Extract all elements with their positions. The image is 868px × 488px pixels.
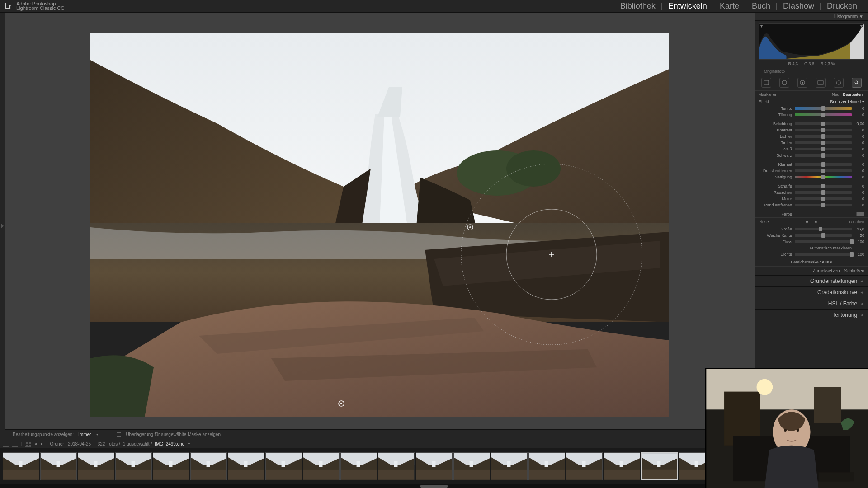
schaerfe-value[interactable]: 0 xyxy=(852,184,864,188)
editpoints-value[interactable]: Immer xyxy=(78,432,91,437)
thumbnail[interactable] xyxy=(566,452,603,480)
pinsel-a[interactable]: A xyxy=(802,220,811,224)
crop-tool-icon[interactable] xyxy=(761,78,771,88)
fluss-value[interactable]: 100 xyxy=(852,239,864,244)
nav-entwickeln[interactable]: Entwickeln xyxy=(662,1,713,11)
zuruecksetzen-button[interactable]: Zurücksetzen xyxy=(813,268,840,273)
brush-tool-icon[interactable] xyxy=(852,78,862,88)
mask-neu[interactable]: Neu xyxy=(830,92,841,97)
dichte-slider[interactable] xyxy=(795,253,852,256)
panel-grundeinstellungen[interactable]: Grundeinstellungen xyxy=(755,275,868,286)
tonung-slider[interactable] xyxy=(795,113,852,116)
nav-drucken[interactable]: Drucken xyxy=(821,1,863,11)
thumbnail[interactable] xyxy=(378,452,415,480)
kontrast-slider[interactable] xyxy=(795,129,852,131)
panel-teiltonung[interactable]: Teiltonung xyxy=(755,309,868,320)
originalfoto-row[interactable]: Originalfoto xyxy=(755,68,868,75)
main-monitor-icon[interactable] xyxy=(3,441,9,447)
thumbnail[interactable] xyxy=(40,452,77,480)
kontrast-value[interactable]: 0 xyxy=(852,128,864,132)
klarheit-value[interactable]: 0 xyxy=(852,162,864,167)
automask-checkbox[interactable] xyxy=(804,246,807,250)
tonung-value[interactable]: 0 xyxy=(852,113,864,117)
saettigung-value[interactable]: 0 xyxy=(852,175,864,179)
thumbnail[interactable] xyxy=(190,452,227,480)
rauschen-slider[interactable] xyxy=(795,191,852,194)
second-monitor-icon[interactable] xyxy=(12,441,18,447)
weiss-value[interactable]: 0 xyxy=(852,147,864,151)
image-area[interactable] xyxy=(5,21,755,429)
belichtung-value[interactable]: 0,00 xyxy=(852,122,864,126)
groesse-value[interactable]: 46,0 xyxy=(852,227,864,231)
rand-value[interactable]: 0 xyxy=(852,203,864,207)
fluss-slider[interactable] xyxy=(795,240,852,243)
svg-rect-45 xyxy=(266,470,302,480)
groesse-slider[interactable] xyxy=(795,228,852,230)
weiss-slider[interactable] xyxy=(795,148,852,150)
prev-icon[interactable]: ◄ xyxy=(34,442,38,446)
editpoints-dropdown-icon[interactable]: ▼ xyxy=(95,433,99,436)
kante-value[interactable]: 50 xyxy=(852,233,864,238)
nav-buch[interactable]: Buch xyxy=(745,1,777,11)
overlay-checkbox[interactable] xyxy=(117,432,121,437)
panel-hsl-farbe[interactable]: HSL / Farbe xyxy=(755,298,868,309)
thumbnail[interactable] xyxy=(78,452,114,480)
kante-slider[interactable] xyxy=(795,234,852,237)
histogram-header[interactable]: Histogramm ▼ xyxy=(755,13,868,21)
thumbnail[interactable] xyxy=(265,452,302,480)
schwarz-value[interactable]: 0 xyxy=(852,153,864,158)
pinsel-loeschen[interactable]: Löschen xyxy=(821,220,864,224)
rand-slider[interactable] xyxy=(795,204,852,206)
thumbnail[interactable] xyxy=(340,452,377,480)
thumbnail[interactable] xyxy=(528,452,565,480)
thumbnail[interactable] xyxy=(153,452,189,480)
panel-gradationskurve[interactable]: Gradationskurve xyxy=(755,286,868,298)
schwarz-label: Schwarz xyxy=(759,153,795,158)
thumbnail[interactable] xyxy=(604,452,640,480)
mask-bearbeiten[interactable]: Bearbeiten xyxy=(841,92,864,97)
dunst-slider[interactable] xyxy=(795,169,852,172)
bereichsmaske-row[interactable]: Bereichsmaske : Aus ▾ xyxy=(755,258,868,266)
belichtung-slider[interactable] xyxy=(795,122,852,125)
thumbnail[interactable] xyxy=(416,452,453,480)
preview-image[interactable] xyxy=(90,33,669,417)
thumbnail[interactable] xyxy=(453,452,490,480)
left-panel-collapsed[interactable] xyxy=(0,13,5,439)
farbe-swatch[interactable] xyxy=(856,212,864,216)
klarheit-slider[interactable] xyxy=(795,163,852,166)
schliessen-button[interactable]: Schließen xyxy=(844,268,864,273)
canvas-wrapper: Bearbeitungspunkte anzeigen: Immer ▼ Übe… xyxy=(5,13,755,439)
temp-slider[interactable] xyxy=(795,107,852,110)
histogram[interactable] xyxy=(759,23,864,60)
moire-value[interactable]: 0 xyxy=(852,197,864,201)
nav-karte[interactable]: Karte xyxy=(713,1,745,11)
temp-value[interactable]: 0 xyxy=(852,106,864,111)
graduated-filter-icon[interactable] xyxy=(816,78,826,88)
effekt-dropdown[interactable]: Benutzerdefiniert ▾ xyxy=(770,99,864,104)
spot-tool-icon[interactable] xyxy=(779,78,789,88)
moire-slider[interactable] xyxy=(795,197,852,200)
thumbnail[interactable] xyxy=(228,452,264,480)
thumbnail[interactable] xyxy=(641,452,678,480)
thumbnail[interactable] xyxy=(303,452,340,480)
lichter-value[interactable]: 0 xyxy=(852,134,864,139)
tiefen-value[interactable]: 0 xyxy=(852,141,864,145)
nav-bibliothek[interactable]: Bibliothek xyxy=(614,1,662,11)
tiefen-slider[interactable] xyxy=(795,141,852,144)
thumbnail[interactable] xyxy=(491,452,528,480)
thumbnail[interactable] xyxy=(3,452,39,480)
pinsel-b[interactable]: B xyxy=(811,220,821,224)
rauschen-value[interactable]: 0 xyxy=(852,190,864,195)
thumbnail[interactable] xyxy=(115,452,152,480)
dunst-value[interactable]: 0 xyxy=(852,169,864,173)
lichter-slider[interactable] xyxy=(795,135,852,138)
grid-view-icon[interactable] xyxy=(25,441,31,447)
redeye-tool-icon[interactable] xyxy=(797,78,807,88)
next-icon[interactable]: ► xyxy=(40,442,44,446)
radial-filter-icon[interactable] xyxy=(834,78,844,88)
schwarz-slider[interactable] xyxy=(795,154,852,157)
dichte-value[interactable]: 100 xyxy=(852,252,864,257)
schaerfe-slider[interactable] xyxy=(795,185,852,188)
nav-diashow[interactable]: Diashow xyxy=(777,1,821,11)
saettigung-slider[interactable] xyxy=(795,176,852,178)
